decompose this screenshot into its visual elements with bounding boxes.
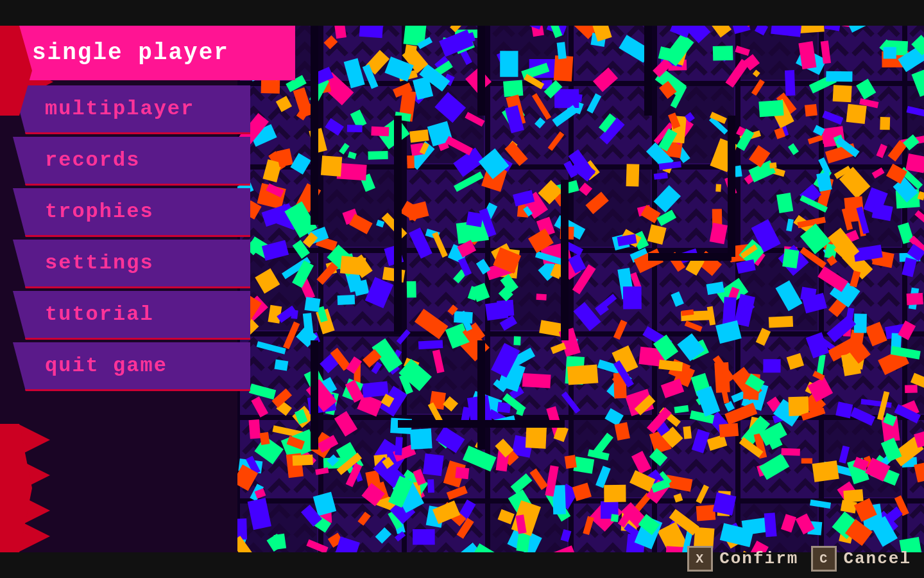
app-container: Single PlayerMultiplayerRecordsTrophiesS…: [0, 0, 924, 578]
menu-item-single-player[interactable]: Single Player: [0, 26, 295, 80]
menu-item-records[interactable]: Records: [13, 137, 250, 186]
menu-items: Single PlayerMultiplayerRecordsTrophiesS…: [0, 26, 295, 394]
menu-item-tutorial[interactable]: Tutorial: [13, 291, 250, 340]
confirm-button[interactable]: X Confirm: [687, 546, 798, 572]
red-deco-bottom: [0, 424, 19, 552]
menu-item-settings[interactable]: Settings: [13, 240, 250, 288]
menu-item-multiplayer[interactable]: Multiplayer: [13, 85, 250, 134]
menu-item-trophies[interactable]: Trophies: [13, 188, 250, 237]
menu-item-quit-game[interactable]: Quit Game: [13, 342, 250, 391]
hud-bottom: X Confirm C Cancel: [687, 546, 911, 572]
confirm-key-badge: X: [687, 546, 713, 572]
red-deco-top: [0, 26, 19, 116]
cancel-label: Cancel: [843, 549, 911, 568]
cancel-key-badge: C: [811, 546, 837, 572]
cancel-button[interactable]: C Cancel: [811, 546, 911, 572]
confirm-label: Confirm: [719, 549, 798, 568]
menu-panel: Single PlayerMultiplayerRecordsTrophiesS…: [0, 0, 295, 578]
